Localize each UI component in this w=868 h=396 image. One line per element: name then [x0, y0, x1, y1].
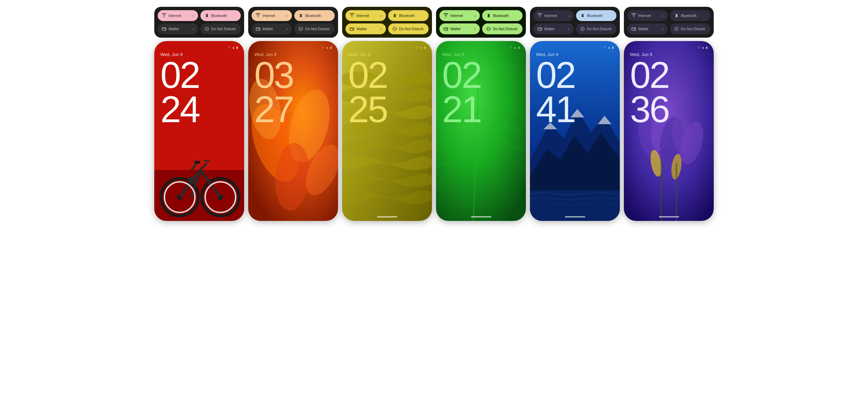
qs-panel-green: Internet › Bluetooth Wallet › Do Not Dis… [436, 7, 526, 38]
svg-rect-34 [350, 28, 354, 31]
alarm-icon: ☉ [697, 46, 700, 49]
time-hour: 02 [630, 58, 708, 92]
internet-icon [537, 13, 542, 18]
tile-label: Do Not Disturb [587, 27, 612, 31]
qs-panel-blue: Internet › Bluetooth Wallet › Do Not Dis… [530, 7, 620, 38]
qs-tile-dnd-green[interactable]: Do Not Disturb [482, 23, 522, 34]
phone-mockup-blue[interactable]: ☉ ▲ ▮ Wed, Jun 9 02 41 [530, 41, 620, 221]
qs-tile-wallet-red[interactable]: Wallet › [158, 23, 198, 34]
qs-tile-wallet-green[interactable]: Wallet › [439, 23, 480, 34]
battery-icon: ▮ [330, 46, 332, 49]
tile-label: Internet [638, 14, 660, 18]
phone-time: 02 25 [348, 58, 426, 126]
battery-icon: ▮ [236, 46, 238, 49]
tile-label: Wallet [356, 27, 378, 31]
tile-label: Internet [544, 14, 566, 18]
phone-mockup-purple[interactable]: ☉ ▲ ▮ Wed, Jun 9 02 36 [624, 41, 714, 221]
tile-arrow: › [662, 26, 664, 32]
qs-tile-bluetooth-green[interactable]: Bluetooth [482, 10, 522, 21]
tile-label: Bluetooth [587, 14, 612, 18]
phones-grid: Internet › Bluetooth Wallet › Do Not Dis… [154, 7, 714, 221]
svg-point-57 [633, 17, 634, 17]
qs-tile-dnd-blue[interactable]: Do Not Disturb [576, 23, 616, 34]
qs-tile-bluetooth-yellow[interactable]: Bluetooth [388, 10, 429, 21]
bluetooth-icon [486, 13, 491, 18]
qs-panel-red: Internet › Bluetooth Wallet › Do Not Dis… [154, 7, 244, 38]
svg-point-47 [540, 29, 541, 30]
tile-label: Wallet [450, 27, 472, 31]
tile-label: Internet [169, 14, 190, 18]
tile-label: Bluetooth [305, 14, 331, 18]
bluetooth-icon [392, 13, 397, 18]
time-min: 25 [348, 92, 426, 126]
tile-label: Internet [450, 14, 472, 18]
svg-point-45 [539, 17, 540, 17]
status-bar: ☉ ▲ ▮ [254, 46, 332, 49]
bluetooth-icon [204, 13, 209, 18]
qs-tile-internet-yellow[interactable]: Internet › [346, 10, 386, 21]
tile-label: Bluetooth [211, 14, 237, 18]
tile-label: Wallet [544, 27, 566, 31]
phone-time: 03 27 [254, 58, 332, 126]
phone-content-overlay: ☉ ▲ ▮ Wed, Jun 9 02 21 [436, 41, 526, 221]
tile-label: Do Not Disturb [399, 27, 425, 31]
qs-tile-internet-purple[interactable]: Internet › [627, 10, 668, 21]
phone-content-overlay: ☉ ▲ ▮ Wed, Jun 9 02 41 [530, 41, 620, 221]
qs-tile-internet-green[interactable]: Internet › [439, 10, 480, 21]
qs-tile-wallet-yellow[interactable]: Wallet › [346, 23, 386, 34]
qs-tile-dnd-yellow[interactable]: Do Not Disturb [388, 23, 429, 34]
svg-rect-46 [538, 28, 542, 31]
wifi-status-icon: ▲ [702, 46, 705, 49]
phone-mockup-orange[interactable]: ☉ ▲ ▮ Wed, Jun 9 03 27 [248, 41, 338, 221]
svg-point-24 [259, 29, 259, 30]
dnd-icon [674, 26, 679, 31]
dnd-icon [580, 26, 585, 31]
qs-tile-bluetooth-blue[interactable]: Bluetooth [576, 10, 616, 21]
tile-label: Do Not Disturb [493, 27, 518, 31]
nav-indicator [565, 216, 585, 218]
tile-arrow: › [568, 13, 570, 18]
phone-mockup-green[interactable]: ☉ ▲ ▮ Wed, Jun 9 02 21 [436, 41, 526, 221]
phone-date: Wed, Jun 9 [254, 52, 332, 57]
phone-column-orange: Internet › Bluetooth Wallet › Do Not Dis… [248, 7, 338, 221]
status-bar: ☉ ▲ ▮ [442, 46, 520, 49]
qs-tile-dnd-red[interactable]: Do Not Disturb [200, 23, 241, 34]
wifi-status-icon: ▲ [420, 46, 423, 49]
qs-tile-wallet-orange[interactable]: Wallet › [252, 23, 292, 34]
alarm-icon: ☉ [228, 46, 231, 49]
bluetooth-icon [298, 13, 303, 18]
qs-tile-wallet-purple[interactable]: Wallet › [627, 23, 668, 34]
alarm-icon: ☉ [510, 46, 512, 49]
qs-tile-internet-red[interactable]: Internet › [158, 10, 198, 21]
qs-tile-bluetooth-purple[interactable]: Bluetooth [670, 10, 710, 21]
qs-tile-wallet-blue[interactable]: Wallet › [533, 23, 574, 34]
svg-point-59 [634, 29, 635, 30]
svg-point-22 [258, 17, 258, 17]
status-bar: ☉ ▲ ▮ [630, 46, 708, 49]
tile-label: Wallet [262, 27, 284, 31]
tile-label: Bluetooth [681, 14, 706, 18]
qs-tile-bluetooth-red[interactable]: Bluetooth [200, 10, 241, 21]
phone-date: Wed, Jun 9 [442, 52, 520, 57]
bluetooth-icon [674, 13, 679, 18]
qs-tile-dnd-purple[interactable]: Do Not Disturb [670, 23, 710, 34]
qs-tile-dnd-orange[interactable]: Do Not Disturb [294, 23, 335, 34]
tile-label: Internet [356, 14, 378, 18]
status-bar: ☉ ▲ ▮ [536, 46, 614, 49]
alarm-icon: ☉ [322, 46, 324, 49]
qs-tile-internet-orange[interactable]: Internet › [252, 10, 292, 21]
tile-label: Bluetooth [493, 14, 518, 18]
svg-rect-40 [444, 28, 448, 31]
phone-content-overlay: ☉ ▲ ▮ Wed, Jun 9 02 25 [342, 41, 432, 221]
phone-mockup-red[interactable]: ☉ ▲ ▮ Wed, Jun 9 02 24 [154, 41, 244, 221]
tile-label: Wallet [638, 27, 660, 31]
svg-rect-23 [256, 28, 260, 31]
phone-date: Wed, Jun 9 [348, 52, 426, 57]
wallet-icon [350, 26, 354, 31]
qs-tile-internet-blue[interactable]: Internet › [533, 10, 574, 21]
svg-point-41 [447, 29, 447, 30]
wallet-icon [537, 26, 542, 31]
qs-tile-bluetooth-orange[interactable]: Bluetooth [294, 10, 335, 21]
phone-mockup-yellow[interactable]: ☉ ▲ ▮ Wed, Jun 9 02 25 [342, 41, 432, 221]
svg-rect-58 [632, 28, 636, 31]
